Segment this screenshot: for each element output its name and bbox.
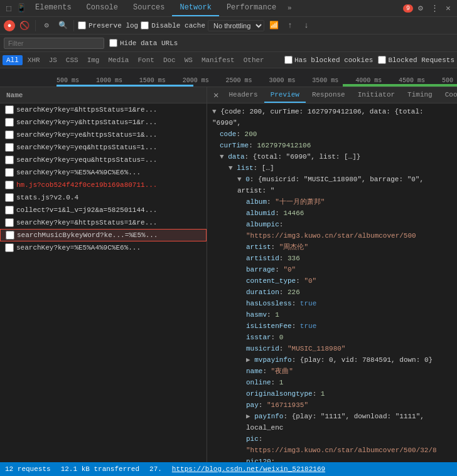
tab-cookies[interactable]: Cookies [439, 87, 457, 103]
request-item[interactable]: stats.js?v2.0.4 [0, 191, 207, 204]
request-name: searchMusicBykeyWord?ke...=%E5%... [17, 231, 203, 239]
request-checkbox[interactable] [5, 130, 14, 139]
tab-performance[interactable]: Performance [219, 0, 284, 16]
preserve-log-label[interactable]: Preserve log [78, 21, 138, 29]
request-item[interactable]: searchKey?key=%E5%A4%9C%E6%... [0, 241, 207, 254]
json-content: ▼ data: {total: "6990", list: […]} [220, 151, 360, 162]
record-button[interactable]: ● [4, 20, 15, 31]
request-checkbox[interactable] [5, 105, 14, 114]
tab-more-icon[interactable]: » [284, 4, 296, 12]
json-line: ▼ {code: 200, curTime: 1627979412106, da… [207, 106, 457, 129]
blocked-requests-label[interactable]: Blocked Requests [378, 56, 454, 64]
request-item[interactable]: searchKey?key=ye&httpsStatus=1&... [0, 129, 207, 141]
filter-icon[interactable]: ⚙ [40, 19, 53, 33]
filter-right-checks: Has blocked cookies Blocked Requests [284, 56, 454, 64]
json-line: content_type: "0" [207, 275, 457, 287]
json-arrow[interactable]: ▶ [246, 356, 254, 364]
request-checkbox[interactable] [5, 156, 14, 164]
request-checkbox[interactable] [5, 118, 14, 127]
request-panel: Name searchKey?key=&httpsStatus=1&re...s… [0, 87, 207, 462]
filter-input[interactable] [4, 38, 104, 49]
has-blocked-cookies-checkbox[interactable] [284, 56, 293, 64]
search-icon[interactable]: 🔍 [56, 19, 70, 33]
filter-js[interactable]: JS [45, 55, 61, 65]
json-content: isstar: 0 [246, 332, 283, 343]
request-item[interactable]: searchKey?key=yeq&httpsStatus=1... [0, 141, 207, 154]
detail-close-icon[interactable]: ✕ [210, 90, 222, 100]
json-content: online: 1 [246, 377, 283, 388]
filter-manifest[interactable]: Manifest [198, 55, 239, 65]
blocked-requests-checkbox[interactable] [378, 56, 386, 64]
import-icon[interactable]: ↑ [283, 19, 297, 33]
request-checkbox[interactable] [5, 218, 14, 227]
filter-css[interactable]: CSS [62, 55, 82, 65]
throttle-select[interactable]: No throttling [208, 20, 264, 31]
device-icon[interactable]: 📱 [15, 2, 28, 14]
disable-cache-checkbox[interactable] [141, 21, 149, 29]
detail-tabs: ✕ Headers Preview Response Initiator Tim… [207, 87, 457, 103]
json-content: pic: "https://img3.kuwo.cn/star/albumcov… [246, 433, 452, 456]
filter-doc[interactable]: Doc [159, 55, 180, 65]
request-item[interactable]: searchKey?key=y&httpsStatus=1&r... [0, 116, 207, 129]
preserve-log-checkbox[interactable] [78, 21, 86, 29]
filter-media[interactable]: Media [104, 55, 132, 65]
request-item[interactable]: hm.js?cob524f42f0ce19b169a80711... [0, 179, 207, 191]
request-item[interactable]: searchKey?key=&httpsStatus=1&re... [0, 216, 207, 229]
request-checkbox[interactable] [5, 243, 14, 252]
request-item[interactable]: collect?v=1&l_v=j92&a=582501144... [0, 204, 207, 216]
more-options-icon[interactable]: ⋮ [428, 2, 441, 14]
settings-icon[interactable]: ⚙ [414, 2, 427, 14]
json-line: pic120: "https://img3.kuwo.cn/star/album… [207, 456, 457, 462]
request-checkbox[interactable] [6, 231, 14, 240]
tab-initiator[interactable]: Initiator [352, 87, 401, 103]
tab-sources[interactable]: Sources [126, 0, 172, 16]
request-checkbox[interactable] [5, 168, 14, 177]
export-icon[interactable]: ↓ [299, 19, 313, 33]
tab-response[interactable]: Response [306, 87, 352, 103]
json-line: ▶ mvpayinfo: {play: 0, vid: 7884591, dow… [207, 354, 457, 366]
json-arrow[interactable]: ▶ [246, 413, 254, 420]
disable-cache-label[interactable]: Disable cache [141, 21, 205, 29]
hide-data-urls-checkbox[interactable] [109, 39, 117, 47]
request-checkbox[interactable] [5, 143, 14, 152]
filter-other[interactable]: Other [240, 55, 268, 65]
request-item[interactable]: searchKey?key=yequ&httpsStatus=... [0, 154, 207, 166]
tab-elements[interactable]: Elements [28, 0, 79, 16]
request-list-header: Name [0, 87, 207, 103]
json-arrow[interactable]: ▼ [237, 176, 245, 183]
network-conditions-icon[interactable]: 📶 [267, 19, 281, 33]
close-devtools-icon[interactable]: ✕ [442, 2, 454, 14]
inspect-icon[interactable]: ⬚ [3, 2, 15, 14]
json-content: ▼ {code: 200, curTime: 1627979412106, da… [212, 106, 452, 129]
filter-font[interactable]: Font [134, 55, 158, 65]
json-content: albumpic: "https://img3.kuwo.cn/star/alb… [246, 219, 452, 241]
has-blocked-cookies-label[interactable]: Has blocked cookies [284, 56, 373, 64]
hide-data-urls-label[interactable]: Hide data URLs [109, 39, 178, 47]
json-preview: ▼ {code: 200, curTime: 1627979412106, da… [207, 103, 457, 462]
request-checkbox[interactable] [5, 193, 14, 202]
json-line: code: 200 [207, 129, 457, 140]
request-checkbox[interactable] [5, 181, 14, 189]
request-item[interactable]: searchKey?key=%E5%A4%9C%E6%... [0, 166, 207, 179]
filter-xhr[interactable]: XHR [24, 55, 44, 65]
tab-network[interactable]: Network [172, 0, 218, 16]
tab-console[interactable]: Console [79, 0, 126, 16]
filter-img[interactable]: Img [83, 55, 104, 65]
request-checkbox[interactable] [5, 206, 14, 214]
json-arrow[interactable]: ▼ [228, 164, 237, 172]
json-arrow[interactable]: ▼ [220, 153, 228, 161]
timeline-bar: 500 ms 1000 ms 1500 ms 2000 ms 2500 ms 3… [0, 68, 457, 87]
tab-timing[interactable]: Timing [401, 87, 439, 103]
tab-preview[interactable]: Preview [264, 87, 306, 103]
json-content: barrage: "0" [246, 264, 296, 275]
status-link[interactable]: https://blog.csdn.net/weixin_52182169 [172, 465, 325, 473]
tab-headers[interactable]: Headers [222, 87, 264, 103]
error-badge: 9 [403, 4, 413, 13]
separator-2 [73, 20, 74, 31]
request-item[interactable]: searchKey?key=&httpsStatus=1&re... [0, 103, 207, 116]
clear-button[interactable]: 🚫 [18, 19, 31, 33]
json-arrow[interactable]: ▼ [212, 108, 220, 115]
filter-all[interactable]: All [3, 55, 23, 65]
request-item[interactable]: searchMusicBykeyWord?ke...=%E5%... [0, 229, 207, 241]
filter-ws[interactable]: WS [181, 55, 196, 65]
